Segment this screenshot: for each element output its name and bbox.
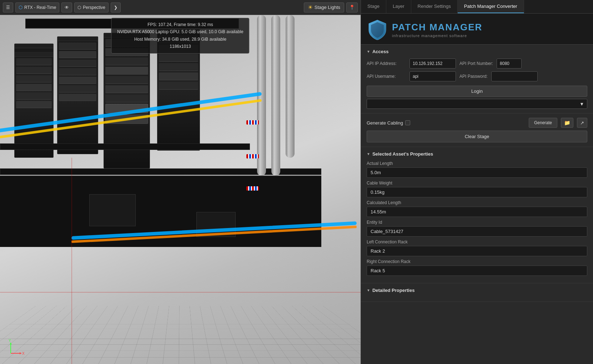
axis-indicator: X Y xyxy=(7,339,25,357)
rack-rail-h1 xyxy=(0,143,250,150)
axis-y-label: Y xyxy=(9,339,11,343)
access-section-header: ▼ Access xyxy=(367,49,587,54)
access-triangle-icon: ▼ xyxy=(367,50,370,54)
api-password-input[interactable] xyxy=(491,71,538,81)
camera-button[interactable]: 👁 xyxy=(61,2,72,12)
calculated-length-value: 14.55m xyxy=(367,207,587,217)
access-label: Access xyxy=(372,49,389,54)
conduit-3 xyxy=(286,15,295,158)
axis-x-label: X xyxy=(22,352,25,355)
conduit-2 xyxy=(271,15,280,176)
cable-weight-label: Cable Weight xyxy=(367,181,587,186)
generate-row: Generate Cabling Generate 📁 ↗ xyxy=(367,118,587,128)
pm-title: PATCH MANAGER xyxy=(392,22,482,33)
api-access-section: ▼ Access API IP Address: API Port Number… xyxy=(361,45,593,113)
generate-cabling-label: Generate Cabling xyxy=(367,120,410,126)
rtx-icon: ⬡ xyxy=(19,5,22,10)
menu-icon: ☰ xyxy=(6,5,10,10)
pm-shield-icon xyxy=(368,19,387,40)
server-rack-1 xyxy=(14,44,54,158)
selected-props-title: Selected Asset's Properties xyxy=(372,151,433,157)
api-ip-row: API IP Address: API Port Number: xyxy=(367,59,587,69)
actual-length-value: 5.0m xyxy=(367,167,587,178)
location-button[interactable]: 📍 xyxy=(346,2,358,12)
chevron-icon: ❯ xyxy=(114,5,117,10)
viewport: ☰ ⬡ RTX - Real-Time 👁 ⬡ Perspective ❯ ☀ … xyxy=(0,0,361,364)
clear-stage-button[interactable]: Clear Stage xyxy=(367,131,587,142)
rtx-label: RTX - Real-Time xyxy=(24,5,56,10)
generate-cabling-checkbox[interactable] xyxy=(405,120,410,125)
camera-icon: 👁 xyxy=(65,5,69,10)
rtx-button[interactable]: ⬡ RTX - Real-Time xyxy=(15,2,59,12)
folder-button[interactable]: 📁 xyxy=(561,118,573,128)
tab-bar: Stage Layer Render Settings Patch Manage… xyxy=(361,0,593,14)
fps-stat: FPS: 107.24, Frame time: 9.32 ms xyxy=(117,21,243,28)
export-button[interactable]: ↗ xyxy=(577,118,587,128)
host-stat: Host Memory: 34.8 GiB used, 28.9 GiB ava… xyxy=(117,36,243,43)
cable-weight-value: 0.15kg xyxy=(367,187,587,197)
connector-2 xyxy=(246,154,259,158)
right-connection-rack-label: Right Connection Rack xyxy=(367,259,587,264)
calculated-length-label: Calculated Length xyxy=(367,200,587,205)
menu-button[interactable]: ☰ xyxy=(3,2,13,12)
tab-stage[interactable]: Stage xyxy=(361,0,386,13)
viewport-scene: X Y xyxy=(0,15,361,364)
entity-id-value: Cable_5731427 xyxy=(367,226,587,237)
generate-button[interactable]: Generate xyxy=(529,118,557,128)
svg-marker-1 xyxy=(20,352,21,354)
api-username-label: API Username: xyxy=(367,74,406,79)
right-connection-rack-value: Rack 5 xyxy=(367,266,587,276)
grid-red-h xyxy=(0,292,361,293)
svg-marker-3 xyxy=(10,343,12,344)
resolution-stat: 1186x1013 xyxy=(117,43,243,50)
selected-props-triangle-icon: ▼ xyxy=(367,152,370,156)
export-icon: ↗ xyxy=(580,120,584,126)
perspective-button[interactable]: ⬡ Perspective xyxy=(74,2,109,12)
selected-properties-section: ▼ Selected Asset's Properties Actual Len… xyxy=(361,147,593,283)
grid-floor xyxy=(0,306,361,364)
folder-icon: 📁 xyxy=(564,120,570,126)
grid-red-v xyxy=(71,158,72,364)
server-rack-2 xyxy=(57,36,98,154)
login-button[interactable]: Login xyxy=(367,86,587,97)
api-port-input[interactable] xyxy=(497,59,522,69)
perspective-icon: ⬡ xyxy=(77,5,81,10)
api-port-label: API Port Number: xyxy=(459,61,493,66)
api-ip-label: API IP Address: xyxy=(367,61,406,66)
detailed-properties-section: ▼ Detailed Properties xyxy=(361,283,593,302)
actual-length-label: Actual Length xyxy=(367,161,587,166)
detailed-props-title: Detailed Properties xyxy=(372,288,415,293)
detailed-props-triangle-icon: ▼ xyxy=(367,288,370,292)
entity-id-label: Entity Id xyxy=(367,220,587,225)
perspective-label: Perspective xyxy=(83,5,105,10)
chevron-button[interactable]: ❯ xyxy=(111,2,121,12)
tab-patch-manager[interactable]: Patch Manager Converter xyxy=(458,0,524,13)
selected-props-header: ▼ Selected Asset's Properties xyxy=(367,151,587,157)
tab-layer[interactable]: Layer xyxy=(386,0,411,13)
dropdown-button[interactable]: ▼ xyxy=(367,99,587,109)
right-panel: Stage Layer Render Settings Patch Manage… xyxy=(361,0,593,364)
connector-1 xyxy=(246,120,259,125)
tab-render-settings[interactable]: Render Settings xyxy=(411,0,458,13)
detailed-props-header: ▼ Detailed Properties xyxy=(367,288,587,293)
api-username-input[interactable] xyxy=(409,71,456,81)
stats-overlay: FPS: 107.24, Frame time: 9.32 ms NVIDIA … xyxy=(111,18,249,54)
sun-icon: ☀ xyxy=(308,4,313,11)
pm-subtitle: infrastructure management software xyxy=(392,34,482,38)
api-password-label: API Password: xyxy=(459,74,488,79)
api-credentials-row: API Username: API Password: xyxy=(367,71,587,81)
pm-header: PATCH MANAGER infrastructure management … xyxy=(361,14,593,45)
stage-lights-label: Stage Lights xyxy=(315,5,340,10)
pm-title-area: PATCH MANAGER infrastructure management … xyxy=(392,22,482,38)
left-connection-rack-value: Rack 2 xyxy=(367,246,587,256)
connector-3 xyxy=(246,186,259,191)
gpu-stat: NVIDIA RTX A5000 Laptop GPU: 5.0 GiB use… xyxy=(117,28,243,35)
main-container: ☰ ⬡ RTX - Real-Time 👁 ⬡ Perspective ❯ ☀ … xyxy=(0,0,593,364)
stage-lights-button[interactable]: ☀ Stage Lights xyxy=(304,2,344,12)
generate-cabling-section: Generate Cabling Generate 📁 ↗ Clear Stag… xyxy=(361,113,593,147)
viewport-toolbar: ☰ ⬡ RTX - Real-Time 👁 ⬡ Perspective ❯ ☀ … xyxy=(0,0,361,15)
dropdown-arrow-icon: ▼ xyxy=(579,101,584,107)
api-ip-input[interactable] xyxy=(409,59,456,69)
left-connection-rack-label: Left Connection Rack xyxy=(367,239,587,244)
location-icon: 📍 xyxy=(349,5,355,10)
